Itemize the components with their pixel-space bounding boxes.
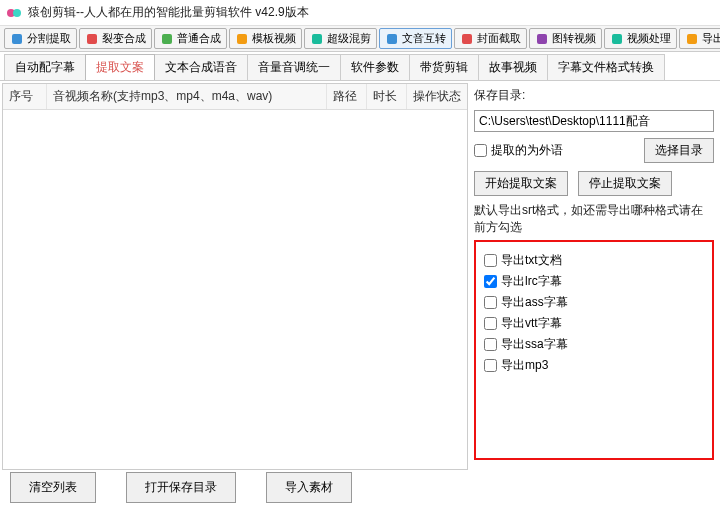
svg-rect-6: [312, 34, 322, 44]
gear-icon: [610, 32, 624, 46]
svg-rect-7: [387, 34, 397, 44]
toolbar-btn-label: 封面截取: [477, 31, 521, 46]
export-format-box: 导出txt文档导出lrc字幕导出ass字幕导出vtt字幕导出ssa字幕导出mp3: [474, 240, 714, 460]
scissors-icon: [10, 32, 24, 46]
template-icon: [235, 32, 249, 46]
mix-icon: [310, 32, 324, 46]
export-check-label: 导出vtt字幕: [501, 315, 562, 332]
svg-rect-9: [537, 34, 547, 44]
export-icon: [685, 32, 699, 46]
titlebar: 猿创剪辑--人人都在用的智能批量剪辑软件 v42.9版本: [0, 0, 720, 26]
foreign-lang-label: 提取的为外语: [491, 142, 563, 159]
open-save-dir-button[interactable]: 打开保存目录: [126, 472, 236, 503]
export-check-input-4[interactable]: [484, 338, 497, 351]
col-seq: 序号: [3, 84, 47, 109]
footer-buttons: 清空列表 打开保存目录 导入素材: [10, 472, 352, 503]
col-name: 音视频名称(支持mp3、mp4、m4a、wav): [47, 84, 327, 109]
export-note: 默认导出srt格式，如还需导出哪种格式请在前方勾选: [474, 202, 714, 236]
clear-list-button[interactable]: 清空列表: [10, 472, 96, 503]
toolbar-btn-label: 视频处理: [627, 31, 671, 46]
app-logo-icon: [6, 5, 22, 21]
side-panel: 保存目录: 提取的为外语 选择目录 开始提取文案 停止提取文案 默认导出srt格…: [470, 81, 720, 472]
col-status: 操作状态: [407, 84, 467, 109]
subtab-3[interactable]: 音量音调统一: [247, 54, 341, 80]
toolbar-btn-label: 普通合成: [177, 31, 221, 46]
export-check-label: 导出lrc字幕: [501, 273, 562, 290]
subtab-4[interactable]: 软件参数: [340, 54, 410, 80]
play-icon: [160, 32, 174, 46]
export-check-label: 导出ass字幕: [501, 294, 568, 311]
svg-rect-2: [12, 34, 22, 44]
main-toolbar: 分割提取裂变合成普通合成模板视频超级混剪文音互转封面截取图转视频视频处理导出标题: [0, 26, 720, 52]
subtab-2[interactable]: 文本合成语音: [154, 54, 248, 80]
svg-rect-3: [87, 34, 97, 44]
export-check-0[interactable]: 导出txt文档: [484, 252, 704, 269]
export-check-input-1[interactable]: [484, 275, 497, 288]
toolbar-btn-6[interactable]: 封面截取: [454, 28, 527, 49]
start-extract-button[interactable]: 开始提取文案: [474, 171, 568, 196]
toolbar-btn-label: 文音互转: [402, 31, 446, 46]
toolbar-btn-label: 裂变合成: [102, 31, 146, 46]
toolbar-btn-7[interactable]: 图转视频: [529, 28, 602, 49]
toolbar-btn-label: 图转视频: [552, 31, 596, 46]
export-check-4[interactable]: 导出ssa字幕: [484, 336, 704, 353]
foreign-lang-checkbox[interactable]: 提取的为外语: [474, 142, 563, 159]
file-list-pane: 序号 音视频名称(支持mp3、mp4、m4a、wav) 路径 时长 操作状态: [2, 83, 468, 470]
svg-rect-5: [237, 34, 247, 44]
stop-extract-button[interactable]: 停止提取文案: [578, 171, 672, 196]
export-check-label: 导出mp3: [501, 357, 548, 374]
svg-rect-11: [687, 34, 697, 44]
svg-rect-4: [162, 34, 172, 44]
toolbar-btn-label: 超级混剪: [327, 31, 371, 46]
audio-icon: [385, 32, 399, 46]
toolbar-btn-1[interactable]: 裂变合成: [79, 28, 152, 49]
toolbar-btn-4[interactable]: 超级混剪: [304, 28, 377, 49]
svg-point-1: [13, 9, 21, 17]
subtab-7[interactable]: 字幕文件格式转换: [547, 54, 665, 80]
export-check-2[interactable]: 导出ass字幕: [484, 294, 704, 311]
export-check-input-2[interactable]: [484, 296, 497, 309]
subtab-5[interactable]: 带货剪辑: [409, 54, 479, 80]
subtab-0[interactable]: 自动配字幕: [4, 54, 86, 80]
export-check-label: 导出ssa字幕: [501, 336, 568, 353]
toolbar-btn-5[interactable]: 文音互转: [379, 28, 452, 49]
crop-icon: [460, 32, 474, 46]
list-body[interactable]: [3, 110, 467, 469]
subtab-1[interactable]: 提取文案: [85, 54, 155, 80]
select-dir-button[interactable]: 选择目录: [644, 138, 714, 163]
save-dir-label: 保存目录:: [474, 87, 525, 104]
foreign-lang-check[interactable]: [474, 144, 487, 157]
export-check-label: 导出txt文档: [501, 252, 562, 269]
export-check-input-5[interactable]: [484, 359, 497, 372]
col-path: 路径: [327, 84, 367, 109]
toolbar-btn-label: 分割提取: [27, 31, 71, 46]
svg-rect-8: [462, 34, 472, 44]
export-check-1[interactable]: 导出lrc字幕: [484, 273, 704, 290]
toolbar-btn-3[interactable]: 模板视频: [229, 28, 302, 49]
toolbar-btn-label: 导出标题: [702, 31, 720, 46]
burst-icon: [85, 32, 99, 46]
save-dir-input[interactable]: [474, 110, 714, 132]
col-dur: 时长: [367, 84, 407, 109]
toolbar-btn-2[interactable]: 普通合成: [154, 28, 227, 49]
sub-tabs: 自动配字幕提取文案文本合成语音音量音调统一软件参数带货剪辑故事视频字幕文件格式转…: [0, 52, 720, 81]
toolbar-btn-label: 模板视频: [252, 31, 296, 46]
toolbar-btn-0[interactable]: 分割提取: [4, 28, 77, 49]
export-check-3[interactable]: 导出vtt字幕: [484, 315, 704, 332]
image-icon: [535, 32, 549, 46]
window-title: 猿创剪辑--人人都在用的智能批量剪辑软件 v42.9版本: [28, 4, 309, 21]
subtab-6[interactable]: 故事视频: [478, 54, 548, 80]
svg-rect-10: [612, 34, 622, 44]
import-material-button[interactable]: 导入素材: [266, 472, 352, 503]
export-check-input-0[interactable]: [484, 254, 497, 267]
export-check-5[interactable]: 导出mp3: [484, 357, 704, 374]
toolbar-btn-8[interactable]: 视频处理: [604, 28, 677, 49]
toolbar-btn-9[interactable]: 导出标题: [679, 28, 720, 49]
list-header: 序号 音视频名称(支持mp3、mp4、m4a、wav) 路径 时长 操作状态: [3, 84, 467, 110]
export-check-input-3[interactable]: [484, 317, 497, 330]
